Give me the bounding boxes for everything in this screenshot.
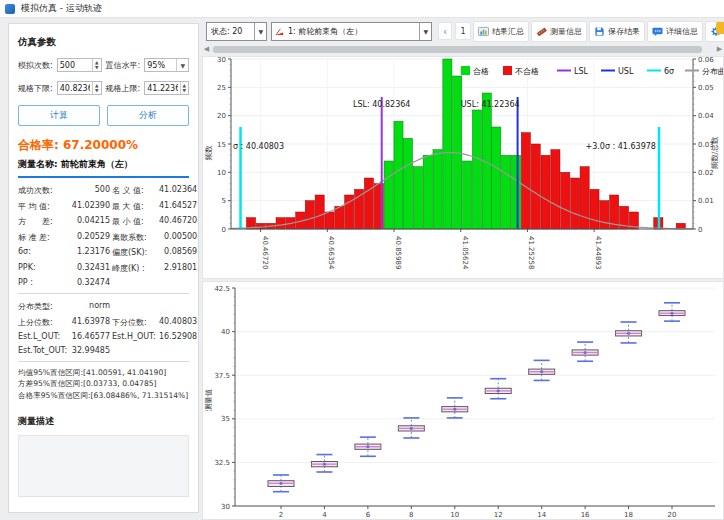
stat-label: 分布类型: [18,301,62,312]
features-title: 参与测量的特征 [18,511,189,513]
tick-label: 12 [494,511,503,519]
boxplot-chart: 3032.53537.54042.52468101214161820测量值 [202,281,724,520]
stat-label: 6σ: [18,247,62,258]
confidence-label: 置信水平: [106,60,141,71]
usl-label: 规格上限: [106,83,141,94]
page-number[interactable]: 1 [455,22,471,40]
scrollbar-thumb[interactable] [213,46,702,53]
tick-label: 15 [217,141,226,149]
sim-count-label: 模拟次数: [18,60,53,71]
clipped-toolbar-icon[interactable] [716,22,724,34]
stat-value: 41.63978 [62,317,112,328]
tick-label: 0 [222,226,226,234]
histogram-chart: LSL: 40.82364USL: 41.22364σ : 40.40803+3… [202,56,724,279]
chevron-down-icon[interactable]: ▼ [176,59,188,71]
x-tick-label: 41.05624 [461,236,469,270]
sim-count-stepper[interactable]: ▲▼ [57,58,102,72]
stat-value: 41.02390 [62,201,112,212]
usl-input[interactable] [145,84,179,93]
calculate-button[interactable]: 计算 [18,105,100,126]
tick-label: 20 [217,112,226,120]
stat-label: 最 大 值: [112,201,159,212]
histogram-bar [472,110,481,229]
simulation-parameters-panel: 仿真参数 模拟次数: ▲▼ 置信水平: 95%▼ 规格下限: ▲▼ 规格上限: … [8,23,199,513]
tick-label: 2 [279,511,283,519]
toolbar-buttons: 结果汇总 测量信息 保存结果 详细信息 设置 [473,21,724,42]
histogram-bar [541,155,550,229]
mean-marker [323,463,326,466]
mean-marker [366,445,369,448]
stat-value: 16.52908 [159,332,199,341]
lsl-label: LSL: 40.82364 [353,100,410,109]
stat-label: 上分位数: [18,317,62,328]
histogram-bar [580,167,589,229]
confidence-interval-line: 均值95%置信区间:[41.00591, 41.04190] [18,367,189,379]
mean-marker [584,351,587,354]
save-result-button[interactable]: 保存结果 [589,21,645,42]
histogram-bar [394,121,403,229]
stat-value: norm [62,301,112,312]
pass-rate-value: 合格率: 67.20000% [18,137,189,154]
histogram-bar [384,161,393,229]
prev-page-icon[interactable]: ‹ [438,22,452,40]
stepper-arrows-icon[interactable]: ▲▼ [180,82,188,94]
scrollbar-track[interactable] [211,46,715,53]
stat-label: PP : [18,278,62,287]
statistics-table: 成功次数:500名 义 值:41.02364平 均 值:41.02390最 大 … [18,185,189,287]
stat-value: 16.46577 [62,332,112,341]
histogram-bar [463,161,472,229]
status-select[interactable]: 状态: 20 ▼ [206,22,267,41]
scroll-right-icon[interactable]: ▶ [715,45,724,54]
tick-label: 0.05 [698,84,714,92]
detail-info-button[interactable]: 详细信息 [647,21,703,42]
tick-label: 20 [668,511,677,519]
sim-count-input[interactable] [58,61,92,70]
legend-label: 不合格 [515,67,539,76]
histogram-bar [256,223,265,229]
tick-label: 0.01 [698,197,714,205]
x-tick-label: 41.25258 [527,236,535,269]
measurement-select[interactable]: 1: 前轮前束角（左） ▼ [271,22,432,41]
x-tick-label: 40.66354 [327,236,335,270]
x-tick-label: 40.85989 [394,236,402,269]
tick-label: 8 [409,511,413,519]
legend-label: LSL [574,67,589,76]
stat-value: 2.91801 [159,263,199,274]
histogram-svg: LSL: 40.82364USL: 41.22364σ : 40.40803+3… [203,57,723,278]
horizontal-scrollbar[interactable]: ◀ ▶ [202,45,724,54]
chevron-down-icon[interactable]: ▼ [419,23,431,40]
confidence-select[interactable]: 95%▼ [144,58,189,72]
confidence-intervals: 均值95%置信区间:[41.00591, 41.04190]方差95%置信区间:… [18,367,189,402]
stat-value: 0.08569 [159,247,199,258]
histogram-bar [276,218,285,229]
measure-info-button[interactable]: 测量信息 [531,21,587,42]
result-summary-button[interactable]: 结果汇总 [473,21,529,42]
histogram-bar [531,144,540,229]
scroll-left-icon[interactable]: ◀ [202,45,211,54]
tick-label: 6 [366,511,371,519]
description-title: 测量描述 [18,415,189,428]
stepper-arrows-icon[interactable]: ▲▼ [92,82,100,94]
analyze-button[interactable]: 分析 [107,105,189,126]
lsl-label: 规格下限: [18,83,53,94]
stat-label [112,346,159,355]
save-icon [594,26,605,37]
tick-label: 14 [537,511,546,519]
usl-stepper[interactable]: ▲▼ [144,81,189,95]
legend-label: 6σ [664,67,674,76]
chevron-down-icon[interactable]: ▼ [254,23,266,40]
tick-label: 0.04 [698,112,714,120]
stat-label: 峰度(K) : [112,263,159,274]
histogram-bar [315,195,324,229]
stat-label [112,301,159,312]
sigma-low-label: σ : 40.40803 [233,142,284,151]
histogram-bar [335,206,344,229]
histogram-bar [355,189,364,229]
lsl-stepper[interactable]: ▲▼ [57,81,102,95]
chat-bubble-icon [652,26,663,37]
y-axis-title: 测量值 [204,388,213,411]
stepper-arrows-icon[interactable]: ▲▼ [92,59,100,71]
stat-value: 500 [62,185,112,196]
stat-label: 最 小 值: [112,216,159,227]
lsl-input[interactable] [58,84,92,93]
